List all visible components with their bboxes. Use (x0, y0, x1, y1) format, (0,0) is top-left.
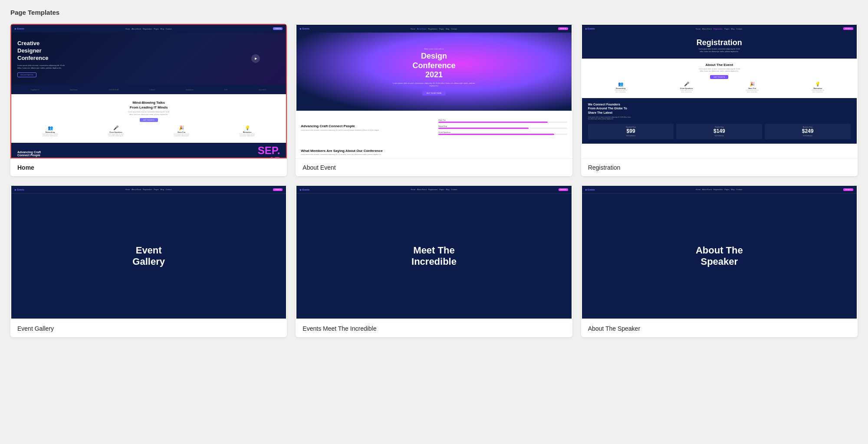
template-preview-about-event: ▶ Events Home About Event Registration P… (296, 24, 572, 158)
template-preview-registration: ▶ Events Home About Event Registration P… (581, 24, 858, 158)
home-preview-section: Mind-Blowing TalksFrom Leading IT Minds … (11, 94, 286, 143)
template-preview-event-gallery: ▶ Events Home About Event Registration P… (10, 185, 287, 319)
template-preview-home: ▶ Events Home About Event Registration P… (10, 24, 287, 158)
about-testimonials: What Members Are Saying About Our Confer… (296, 145, 571, 158)
about-hero: Make some noise with us DesignConference… (296, 33, 571, 111)
reg-about-section: About The Event Lorem ipsum dolor sit am… (582, 59, 857, 97)
home-nav-links: Home About Event Registration Pages Blog… (125, 28, 172, 30)
template-card-about-event[interactable]: ▶ Events Home About Event Registration P… (296, 24, 572, 176)
template-label-about-speaker: About The Speaker (581, 319, 858, 337)
reg-nav: ▶ Events Home About Event Registration P… (582, 25, 857, 33)
templates-grid: ▶ Events Home About Event Registration P… (10, 24, 858, 337)
template-card-event-gallery[interactable]: ▶ Events Home About Event Registration P… (10, 185, 287, 337)
page-title: Page Templates (10, 9, 858, 16)
home-preview-hero: CreativeDesignerConference Lorem ipsum d… (11, 33, 286, 85)
template-preview-about-speaker: ▶ Events Home About Event Registration P… (581, 185, 858, 319)
template-label-about-event: About Event (296, 158, 572, 176)
template-card-registration[interactable]: ▶ Events Home About Event Registration P… (581, 24, 858, 176)
template-preview-meet-incredible: ▶ Events Home About Event Registration P… (296, 185, 572, 319)
template-label-meet-incredible: Events Meet The Incredible (296, 319, 572, 337)
template-card-about-speaker[interactable]: ▶ Events Home About Event Registration P… (581, 185, 858, 337)
template-label-registration: Registration (581, 158, 858, 176)
reg-hero: Registration Lorem ipsum dolor sit amet,… (582, 33, 857, 59)
home-preview-bottom: Advancing CraftConnect People Lorem ipsu… (11, 143, 286, 158)
about-nav: ▶ Events Home About Event Registration P… (296, 25, 571, 33)
home-preview-nav: ▶ Events Home About Event Registration P… (11, 25, 286, 33)
about-middle: Advancing Craft Connect People Lorem ips… (296, 111, 571, 145)
template-label-event-gallery: Event Gallery (10, 319, 287, 337)
home-nav-logo: ▶ Events (15, 27, 24, 30)
template-card-meet-incredible[interactable]: ▶ Events Home About Event Registration P… (296, 185, 572, 337)
template-card-home[interactable]: ▶ Events Home About Event Registration P… (10, 24, 287, 176)
template-label-home: Home (10, 158, 287, 176)
reg-pricing: We Connect FoundersFrom Around The Globe… (582, 98, 857, 144)
home-preview-logos: logolpsum logolpsum LOGOLSUM Labrati log… (11, 85, 286, 94)
